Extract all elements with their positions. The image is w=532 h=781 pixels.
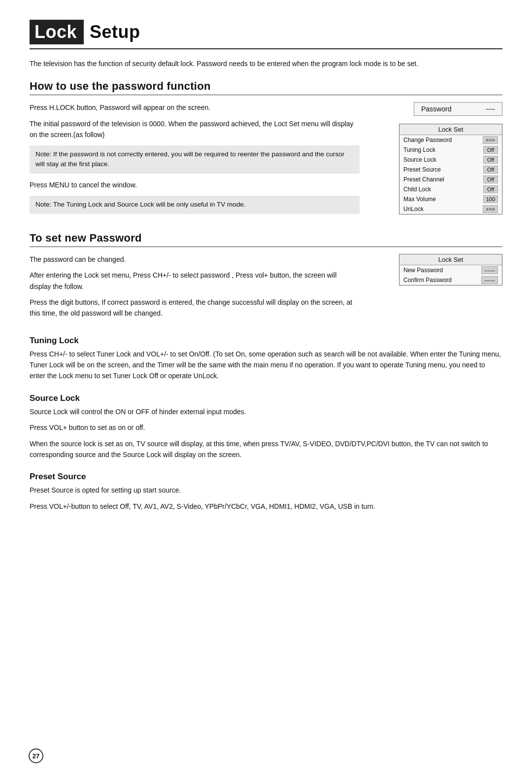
row-value: Off xyxy=(483,176,498,183)
title-block: Lock xyxy=(30,20,84,44)
row-label2: New Password xyxy=(403,267,443,274)
lock-set-row: UnLock>>> xyxy=(399,204,502,214)
row-value: 100 xyxy=(483,195,498,203)
lock-set-row: Child LockOff xyxy=(399,184,502,194)
password-label: Password xyxy=(421,105,451,113)
section2-col-left: The password can be changed. After enter… xyxy=(30,254,360,324)
preset-source-body2: Press VOL+/-button to select Off, TV, AV… xyxy=(30,501,502,512)
row-label: Child Lock xyxy=(403,186,431,193)
section1-para1: Press H.LOCK button, Password will appea… xyxy=(30,102,360,113)
section-password-function: How to use the password function Press H… xyxy=(30,80,502,219)
source-lock-body3: When the source lock is set as on, TV so… xyxy=(30,438,502,461)
section2-para2: After entering the Lock set menu, Press … xyxy=(30,270,360,292)
row-label: Preset Source xyxy=(403,166,441,173)
lock-set-row: Source LockOff xyxy=(399,155,502,165)
row-label: Source Lock xyxy=(403,156,436,163)
source-lock-heading: Source Lock xyxy=(30,393,502,403)
section-preset-source: Preset Source Preset Source is opted for… xyxy=(30,472,502,512)
section-new-password: To set new Password The password can be … xyxy=(30,232,502,324)
row-label2: Confirm Password xyxy=(403,277,452,284)
row-value2: ------ xyxy=(481,276,498,284)
row-value: Off xyxy=(483,166,498,174)
page-number: 27 xyxy=(29,748,43,763)
section-source-lock: Source Lock Source Lock will control the… xyxy=(30,393,502,461)
lock-set-row: Tuning LockOff xyxy=(399,145,502,155)
row-value2: ------ xyxy=(481,266,498,274)
lock-set-row2: New Password------ xyxy=(399,265,502,275)
row-value: >>> xyxy=(483,205,498,213)
lock-set-row: Change Password>>> xyxy=(399,135,502,145)
section1-heading: How to use the password function xyxy=(30,80,502,95)
page-title-bar: Lock Setup xyxy=(30,20,502,49)
row-label: Tuning Lock xyxy=(403,146,435,153)
lock-set-box1: Lock Set Change Password>>>Tuning LockOf… xyxy=(399,124,502,214)
row-value: Off xyxy=(483,146,498,154)
intro-paragraph: The television has the function of secur… xyxy=(30,58,502,69)
tuning-lock-heading: Tuning Lock xyxy=(30,336,502,346)
section2-para3: Press the digit buttons, If correct pass… xyxy=(30,297,360,319)
lock-set-row: Preset SourceOff xyxy=(399,165,502,175)
preset-source-heading: Preset Source xyxy=(30,472,502,482)
section1-two-col: Press H.LOCK button, Password will appea… xyxy=(30,102,502,219)
row-value: Off xyxy=(483,185,498,193)
section2-para1: The password can be changed. xyxy=(30,254,360,265)
row-value: >>> xyxy=(483,136,498,144)
row-label: Change Password xyxy=(403,137,452,143)
password-value: ---- xyxy=(486,105,495,113)
source-lock-body2: Press VOL+ button to set as on or off. xyxy=(30,422,502,433)
section1-col-left: Press H.LOCK button, Password will appea… xyxy=(30,102,360,219)
title-text: Setup xyxy=(90,22,140,42)
source-lock-body1: Source Lock will control the ON or OFF o… xyxy=(30,406,502,417)
row-value: Off xyxy=(483,156,498,164)
tuning-lock-body: Press CH+/- to select Tuner Lock and VOL… xyxy=(30,349,502,382)
lock-set-box1-header: Lock Set xyxy=(399,124,502,135)
row-label: Max Volume xyxy=(403,196,436,203)
section1-col-right: Password ---- Lock Set Change Password>>… xyxy=(374,102,502,219)
lock-set-box2-header: Lock Set xyxy=(399,254,502,265)
password-display-box: Password ---- xyxy=(414,102,502,116)
section2-heading: To set new Password xyxy=(30,232,502,247)
lock-set-rows: Change Password>>>Tuning LockOffSource L… xyxy=(399,135,502,214)
lock-set-box2: Lock Set New Password------Confirm Passw… xyxy=(399,254,502,285)
lock-set-row: Preset ChannelOff xyxy=(399,175,502,184)
section1-para2: The initial password of the television i… xyxy=(30,118,360,141)
section1-para3: Press MENU to cancel the window. xyxy=(30,179,360,190)
section2-col-right: Lock Set New Password------Confirm Passw… xyxy=(374,254,502,324)
section2-two-col: The password can be changed. After enter… xyxy=(30,254,502,324)
section-tuning-lock: Tuning Lock Press CH+/- to select Tuner … xyxy=(30,336,502,382)
row-label: UnLock xyxy=(403,206,424,213)
section1-note2: Note: The Tuning Lock and Source Lock wi… xyxy=(30,196,360,214)
lock-set-row: Max Volume100 xyxy=(399,194,502,204)
section1-note1: Note: If the password is not correctly e… xyxy=(30,145,360,174)
row-label: Preset Channel xyxy=(403,176,444,183)
preset-source-body1: Preset Source is opted for setting up st… xyxy=(30,485,502,496)
lock-set-rows2: New Password------Confirm Password------ xyxy=(399,265,502,285)
lock-set-row2: Confirm Password------ xyxy=(399,275,502,285)
